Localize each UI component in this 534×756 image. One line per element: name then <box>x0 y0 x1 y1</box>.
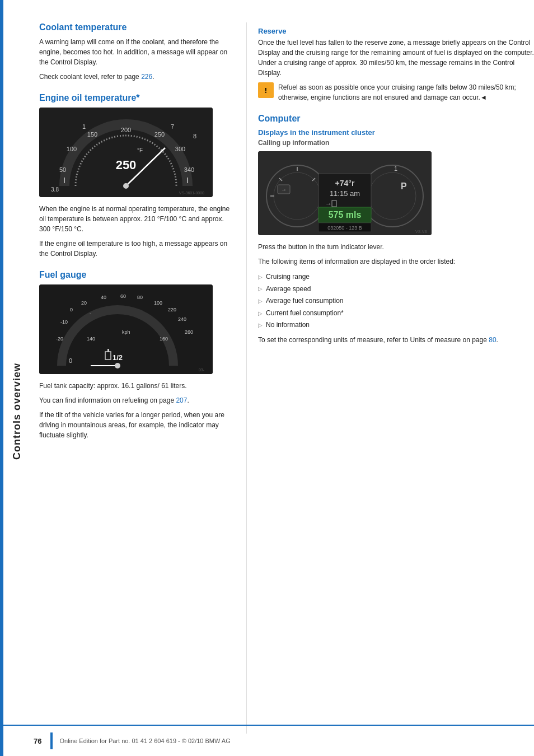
bullet-icon: ▷ <box>258 284 263 294</box>
svg-text:→: → <box>325 200 332 208</box>
bullet-icon: ▷ <box>258 320 263 330</box>
copyright-text: Online Edition for Part no. 01 41 2 604 … <box>59 738 230 744</box>
svg-text:°F: °F <box>137 147 143 153</box>
oil-text1: When the engine is at normal operating t… <box>39 204 235 234</box>
svg-text:-20: -20 <box>56 336 63 342</box>
left-column: Coolant temperature A warning lamp will … <box>34 22 246 734</box>
list-item: ▷ Average fuel consumption <box>258 295 534 307</box>
coolant-page-link[interactable]: 226 <box>141 73 152 81</box>
sidebar: Controls overview <box>0 0 34 756</box>
page-container: Controls overview Coolant temperature A … <box>0 0 534 756</box>
reserve-title: Reserve <box>258 27 534 35</box>
svg-text:300: 300 <box>175 146 185 152</box>
sidebar-bar <box>0 0 3 756</box>
fuel-page-link[interactable]: 207 <box>176 396 187 404</box>
coolant-body1: A warning lamp will come on if the coola… <box>39 37 235 67</box>
svg-text:-10: -10 <box>60 319 68 325</box>
svg-text:160: 160 <box>160 336 168 342</box>
svg-text:1: 1 <box>394 165 397 172</box>
svg-point-36 <box>115 363 120 368</box>
svg-text:575 mls: 575 mls <box>329 210 362 220</box>
press-text: Press the button in the turn indicator l… <box>258 242 534 252</box>
svg-text:340: 340 <box>184 166 194 173</box>
fuel-gauge-svg: -20 -10 0 220 240 260 20 40 60 80 100 - <box>39 284 213 374</box>
svg-text:!: ! <box>265 86 267 95</box>
bullet-icon: ▷ <box>258 309 263 319</box>
svg-text:240: 240 <box>178 316 186 322</box>
warning-box: ! Refuel as soon as possible once your c… <box>258 82 534 102</box>
svg-text:1/2: 1/2 <box>113 353 123 362</box>
svg-text:100: 100 <box>154 300 162 306</box>
svg-text:→: → <box>281 186 287 193</box>
warning-text: Refuel as soon as possible once your cru… <box>278 82 534 102</box>
sidebar-label: Controls overview <box>11 363 23 460</box>
units-text: To set the corresponding units of measur… <box>258 335 534 345</box>
right-column: Reserve Once the fuel level has fallen t… <box>246 22 534 734</box>
warning-icon: ! <box>258 82 274 98</box>
svg-point-12 <box>123 183 129 189</box>
svg-text:100: 100 <box>67 146 77 152</box>
bullet-icon: ▷ <box>258 296 263 306</box>
svg-text:P: P <box>401 181 407 191</box>
svg-text:250: 250 <box>116 158 137 172</box>
fuel-gauge-title: Fuel gauge <box>39 270 235 280</box>
fuel-gauge-image: -20 -10 0 220 240 260 20 40 60 80 100 - <box>39 284 213 374</box>
svg-text:80: 80 <box>137 295 143 300</box>
svg-text:220: 220 <box>168 307 176 312</box>
svg-text:11:15 am: 11:15 am <box>330 189 360 198</box>
list-item: ▷ Cruising range <box>258 271 534 283</box>
calling-title: Calling up information <box>258 139 534 147</box>
svg-text:20: 20 <box>81 300 87 306</box>
coolant-body2: Check coolant level, refer to page 226. <box>39 72 235 82</box>
svg-text:kph: kph <box>122 329 130 335</box>
svg-text:VS-3601-0000: VS-3601-0000 <box>179 191 204 195</box>
svg-text:140: 140 <box>87 336 95 342</box>
reserve-body: Once the fuel level has fallen to the re… <box>258 38 534 78</box>
page-number: 76 <box>34 737 41 745</box>
svg-text:250: 250 <box>154 131 165 138</box>
list-item: ▷ Average speed <box>258 283 534 296</box>
fuel-text1: Fuel tank capacity: approx. 16.1 gallons… <box>39 381 235 391</box>
info-list: ▷ Cruising range ▷ Average speed ▷ Avera… <box>258 271 534 332</box>
cluster-image: → P 1 +74°r <box>258 151 432 235</box>
svg-text:-: - <box>90 311 91 316</box>
svg-text:3.8: 3.8 <box>51 186 59 193</box>
cluster-svg: → P 1 +74°r <box>258 151 432 235</box>
svg-text:60: 60 <box>120 293 126 299</box>
computer-title: Computer <box>258 114 534 124</box>
footer-bar <box>50 732 53 749</box>
svg-text:40: 40 <box>101 295 106 300</box>
svg-text:50: 50 <box>59 166 66 173</box>
svg-text:0: 0 <box>69 357 72 364</box>
svg-text:260: 260 <box>185 329 193 335</box>
svg-text:7: 7 <box>171 123 174 130</box>
units-page-link[interactable]: 80 <box>489 336 496 344</box>
svg-text:+74°r: +74°r <box>335 179 355 188</box>
coolant-title: Coolant temperature <box>39 22 235 32</box>
footer: 76 Online Edition for Part no. 01 41 2 6… <box>0 725 534 756</box>
following-text: The following items of information are d… <box>258 256 534 267</box>
fuel-text3: If the tilt of the vehicle varies for a … <box>39 410 235 440</box>
oil-text2: If the engine oil temperature is too hig… <box>39 239 235 259</box>
list-item: ▷ No information <box>258 319 534 332</box>
svg-text:VS-VS: VS-VS <box>415 230 427 234</box>
svg-text:150: 150 <box>87 131 97 138</box>
fuel-text2: You can find information on refueling on… <box>39 395 235 405</box>
displays-title: Displays in the instrument cluster <box>258 128 534 137</box>
svg-text:0: 0 <box>70 307 73 312</box>
svg-text:03-: 03- <box>199 368 205 372</box>
main-content: Coolant temperature A warning lamp will … <box>34 0 534 756</box>
oil-gauge-svg: 50 100 150 200 250 300 340 °F <box>39 108 213 197</box>
list-item: ▷ Current fuel consumption* <box>258 307 534 320</box>
svg-text:032050 - 123 B: 032050 - 123 B <box>327 225 362 231</box>
svg-text:1: 1 <box>82 123 86 130</box>
oil-gauge-image: 50 100 150 200 250 300 340 °F <box>39 108 213 197</box>
svg-rect-40 <box>107 349 109 352</box>
svg-text:200: 200 <box>121 127 131 133</box>
svg-text:8: 8 <box>193 133 196 139</box>
bullet-icon: ▷ <box>258 272 263 282</box>
oil-temp-title: Engine oil temperature* <box>39 93 235 103</box>
